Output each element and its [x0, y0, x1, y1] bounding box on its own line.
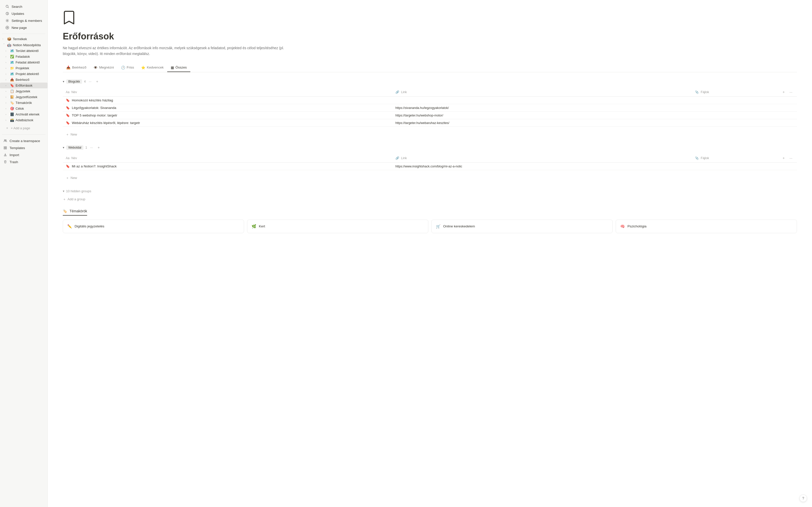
table-row[interactable]: 🔖 Webáruház készítés lépésről, lépésre: … — [63, 119, 797, 126]
row-link-1: https://sivananda.hu/legzogyakorlatok/ — [395, 106, 449, 110]
table-add-col-weboldal[interactable]: ＋ — [780, 155, 787, 161]
sidebar-item-adatbazisok[interactable]: › 🗃️ Adatbázisok — [0, 117, 47, 123]
tab-beerkezo[interactable]: 📥 Beérkező — [63, 63, 90, 72]
svg-point-6 — [4, 139, 5, 140]
card-digitalis-label: Digitális jegyzetelés — [74, 224, 104, 228]
hidden-groups-toggle[interactable]: ▾ 10 hidden groups — [63, 187, 797, 195]
card-kert[interactable]: 🌿 Kert — [247, 220, 428, 233]
eroforrasok-icon: 🔖 — [10, 83, 14, 87]
sidebar-item-feladatok[interactable]: › ✅ Feladatok — [0, 54, 47, 59]
sidebar-item-settings[interactable]: Settings & members — [2, 17, 45, 24]
th-link-icon: 🔗 — [395, 90, 399, 94]
sidebar-item-create-teamspace[interactable]: Create a teamspace — [0, 137, 47, 144]
sidebar-item-jegyzetfuzetek[interactable]: › 📔 Jegyzetfüzetek — [0, 94, 47, 100]
add-group-button[interactable]: ＋ Add a group — [63, 195, 797, 203]
beerkezo-label: Beérkező — [15, 78, 30, 81]
chevron-down-icon: ▾ — [63, 189, 64, 193]
table-dots-blogcikk[interactable]: ··· — [788, 90, 794, 95]
row-link-3: https://targeter.hu/webaruhaz-keszites/ — [395, 121, 449, 125]
table-row[interactable]: 🔖 Mi az a Notion?: InsightShack https://… — [63, 162, 797, 170]
chevron-archivalt-icon: › — [5, 113, 8, 116]
chevron-adatbazisok-icon: › — [5, 119, 8, 121]
table-row[interactable]: 🔖 TOP 5 webshop motor: targetr https://t… — [63, 111, 797, 119]
add-page-button[interactable]: ＋ + Add a page — [2, 124, 45, 131]
sidebar-item-temakörök[interactable]: › 🏷️ Témakörök — [0, 100, 47, 106]
jegyzetfuzetek-label: Jegyzetfüzetek — [15, 95, 38, 99]
sidebar-item-search[interactable]: Search — [2, 3, 45, 10]
main-content: Erőforrások Ne hagyd elveszni az értékes… — [48, 0, 812, 507]
help-button[interactable]: ? — [800, 495, 807, 502]
sidebar-item-import[interactable]: Import — [0, 151, 47, 158]
sidebar-item-notion-masodpilota[interactable]: › 🤖 Notion Másodpilóta — [0, 42, 47, 48]
table-row[interactable]: 🔖 Légzőgyakorlatok: Sivananda https://si… — [63, 104, 797, 111]
hidden-groups-label: 10 hidden groups — [66, 189, 91, 193]
sidebar-item-archivalt[interactable]: › 🗄️ Archivált elemek — [0, 111, 47, 117]
card-online-kereskedelem[interactable]: 🛒 Online kereskedelem — [431, 220, 613, 233]
group-blogcikk-add[interactable]: ＋ — [94, 79, 100, 84]
sidebar-settings-label: Settings & members — [11, 19, 43, 22]
group-weboldal-add[interactable]: ＋ — [96, 145, 101, 150]
sidebar-item-updates[interactable]: Updates — [2, 10, 45, 17]
card-digitalis[interactable]: ✏️ Digitális jegyzetelés — [63, 220, 244, 233]
celok-icon: 🎯 — [10, 107, 14, 110]
page-title: Erőforrások — [63, 31, 797, 42]
temakörök-cards-grid: ✏️ Digitális jegyzetelés 🌿 Kert 🛒 Online… — [63, 220, 797, 233]
trash-label: Trash — [9, 160, 45, 164]
sidebar-item-celok[interactable]: › 🎯 Célok — [0, 106, 47, 111]
sidebar-item-templates[interactable]: Templates — [0, 144, 47, 151]
row-link-2: https://targeter.hu/webshop-motor/ — [395, 114, 443, 117]
temakörök-section-title: Témakörök — [69, 209, 87, 213]
beerkezo-tab-label: Beérkező — [72, 65, 87, 69]
termekek-icon: 📦 — [7, 37, 11, 41]
temakörök-icon: 🏷️ — [10, 101, 14, 105]
table-weboldal: Aa Név 🔗 Link 📎 Fájlok — [63, 154, 797, 170]
group-weboldal-toggle[interactable]: ▾ — [63, 146, 64, 149]
archivalt-label: Archivált elemek — [15, 112, 40, 116]
sidebar-item-projektek[interactable]: › 📁 Projektek — [0, 65, 47, 71]
row-nev-3: Webáruház készítés lépésről, lépésre: ta… — [72, 121, 140, 125]
tab-megneznì[interactable]: 👁️ Megnézni — [90, 63, 117, 72]
table-row[interactable]: 🔖 Homokozó készítés házilag — [63, 96, 797, 104]
sidebar-item-projekt-attekinto[interactable]: › 🗺️ Projekt áttekintő — [0, 71, 47, 77]
sidebar-item-terulet[interactable]: › 🗺️ Terület áttekintő — [0, 48, 47, 54]
terulet-icon: 🗺️ — [10, 49, 14, 53]
osszes-tab-icon: ▦ — [171, 65, 174, 69]
table-dots-weboldal[interactable]: ··· — [788, 156, 794, 161]
card-pszichologia[interactable]: 🧠 Pszichológia — [616, 220, 797, 233]
tab-friss[interactable]: 🕐 Friss — [117, 63, 138, 72]
templates-label: Templates — [9, 146, 45, 150]
sidebar-item-trash[interactable]: Trash — [0, 158, 47, 165]
th-fajlok-icon: 📎 — [695, 90, 699, 94]
new-row-weboldal[interactable]: ＋ New — [63, 174, 797, 182]
new-page-icon — [5, 25, 9, 30]
sidebar-item-jegyzetek[interactable]: › 📋 Jegyzetek — [0, 88, 47, 94]
sidebar-item-new-page[interactable]: New page — [2, 24, 45, 31]
card-kert-icon: 🌿 — [251, 224, 256, 229]
tab-osszes[interactable]: ▦ Összes — [167, 63, 190, 72]
card-pszichologia-label: Pszichológia — [628, 224, 647, 228]
row-nev-2: TOP 5 webshop motor: targetr — [72, 113, 117, 117]
th-link-label: Link — [401, 90, 407, 94]
sidebar-item-beerkezo[interactable]: › 📥 Beérkező — [0, 77, 47, 82]
updates-icon — [5, 11, 9, 16]
group-blogcikk-dots[interactable]: ··· — [88, 79, 93, 84]
row-nev-0: Homokozó készítés házilag — [72, 98, 113, 102]
eroforrasok-label: Erőforrások — [15, 83, 33, 87]
megneznì-tab-icon: 👁️ — [93, 65, 98, 69]
sidebar-item-termekek[interactable]: › 📦 Termékek — [0, 36, 47, 42]
group-blogcikk-toggle[interactable]: ▾ — [63, 80, 64, 83]
table-add-col-blogcikk[interactable]: ＋ — [780, 89, 787, 95]
sidebar-item-eroforrasok[interactable]: › 🔖 Erőforrások — [0, 82, 47, 88]
chevron-jegyzetek-icon: › — [5, 90, 8, 93]
tab-kedvencek[interactable]: ⭐ Kedvencek — [138, 63, 167, 72]
th-fajlok-label: Fájlok — [701, 90, 709, 94]
projekt-att-icon: 🗺️ — [10, 72, 14, 76]
new-row-blogcikk[interactable]: ＋ New — [63, 131, 797, 138]
th-fajlok-weboldal: 📎 Fájlok ＋ ··· — [692, 154, 797, 163]
add-group-plus-icon: ＋ — [63, 197, 66, 202]
row-bookmark-icon-2: 🔖 — [66, 113, 70, 117]
page-icon — [63, 10, 797, 28]
group-weboldal-dots[interactable]: ··· — [89, 145, 94, 150]
sidebar-item-feladat-attekinto[interactable]: › 🗺️ Feladat áttekintő — [0, 59, 47, 65]
kedvencek-tab-icon: ⭐ — [141, 65, 145, 69]
